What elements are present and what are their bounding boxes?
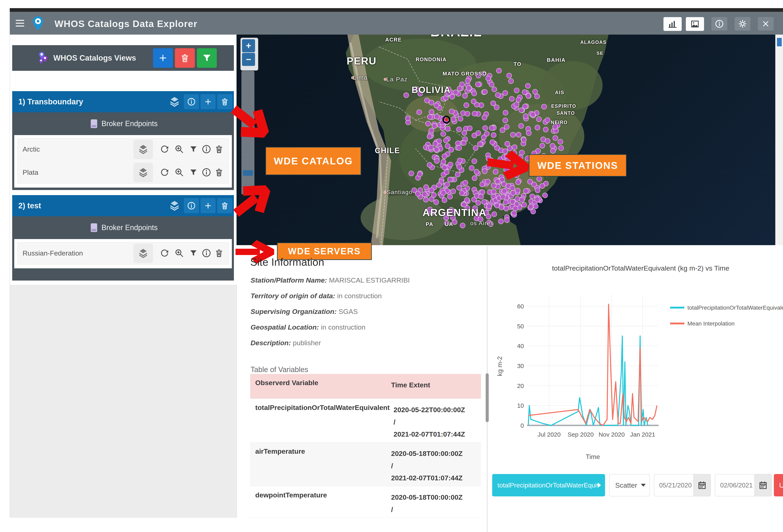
end-date-calendar-button[interactable]	[755, 474, 772, 496]
endpoint-layers-button[interactable]	[133, 244, 153, 263]
field-label: Geospatial Location:	[251, 323, 319, 331]
map-label: BRAZIL	[430, 35, 482, 39]
endpoint-refresh-button[interactable]	[160, 248, 169, 258]
map-scrollbar-thumb[interactable]	[777, 37, 782, 47]
chart-type-select[interactable]: Scatter	[609, 474, 650, 496]
map-label: NEIRO	[551, 120, 568, 125]
endpoint-zoom-in-button[interactable]	[175, 145, 184, 154]
svg-text:Time: Time	[586, 453, 600, 460]
update-button[interactable]: Update	[774, 474, 783, 496]
panel-title: 2) test	[18, 201, 41, 210]
slider-handle[interactable]	[243, 170, 253, 176]
svg-text:Jul 2020: Jul 2020	[537, 431, 561, 438]
map-label: PERU	[347, 55, 377, 67]
zoom-out-button[interactable]: −	[242, 53, 255, 66]
map-label: ALAGOAS	[581, 40, 607, 45]
calendar-icon	[697, 481, 707, 490]
calendar-icon	[759, 481, 768, 490]
layers-icon	[138, 167, 149, 178]
variable-selector-button[interactable]: totalPrecipitationOrTotalWaterEquivalent	[492, 474, 605, 496]
panel-info-button[interactable]	[184, 94, 199, 109]
field-value: publisher	[293, 339, 321, 347]
site-info-field: Geospatial Location: in construction	[251, 323, 482, 331]
funnel-fill-icon	[202, 53, 212, 63]
site-info-field: Station/Platform Name: MARISCAL ESTIGARR…	[251, 276, 482, 284]
table-row: airTemperature2020-05-18T00:00:00Z/2021-…	[250, 442, 481, 486]
timeseries-chart: totalPrecipitationOrTotalWaterEquivalent…	[489, 250, 783, 474]
server-icon	[89, 118, 99, 130]
whos-data-explorer-app: WHOS Catalogs Data Explorer WHOS Catalog…	[0, 0, 783, 532]
endpoint-trash-button[interactable]	[214, 145, 224, 154]
chart-view-button[interactable]	[663, 17, 682, 31]
endpoint-trash-button[interactable]	[214, 168, 224, 177]
variable-cell: totalPrecipitationOrTotalWaterEquivalent	[250, 399, 392, 442]
window-top-border	[10, 8, 783, 12]
settings-button[interactable]	[734, 17, 750, 31]
svg-text:50: 50	[517, 323, 524, 330]
broker-endpoints-label: Broker Endpoints	[101, 119, 158, 128]
endpoint-funnel-button[interactable]	[189, 168, 198, 177]
start-date-calendar-button[interactable]	[694, 474, 711, 496]
panel-plus-button[interactable]	[200, 198, 216, 213]
endpoint-refresh-button[interactable]	[160, 168, 169, 177]
site-info-field: Territory of origin of data: in construc…	[251, 292, 482, 300]
plus-icon	[158, 53, 168, 63]
content-scrollbar-thumb[interactable]	[486, 373, 489, 422]
end-date-input[interactable]: 02/06/2021	[715, 474, 755, 496]
endpoint-trash-button[interactable]	[214, 248, 224, 258]
filter-view-button[interactable]	[197, 48, 217, 68]
endpoint-name: Plata	[23, 168, 38, 177]
map-canvas[interactable]: BRAZILACREPERULimaRONDONIAMATO GROSSOTOB…	[237, 35, 775, 245]
time-extent-cell: 2020-05-18T00:00:00Z/2021-02-07T01:07:44…	[389, 442, 481, 486]
svg-text:Jan 2021: Jan 2021	[630, 431, 655, 438]
sidebar-lower-background	[10, 285, 237, 518]
endpoint-layers-button[interactable]	[133, 139, 153, 159]
annotation-arrow-stations-icon	[483, 147, 531, 183]
endpoint-zoom-in-button[interactable]	[175, 248, 184, 258]
close-button[interactable]	[758, 17, 774, 31]
map-label: ESPIRITO	[551, 103, 576, 109]
variables-table: Observerd VariableTime ExtenttotalPrecip…	[250, 374, 481, 518]
endpoint-funnel-button[interactable]	[189, 145, 198, 154]
endpoint-layers-button[interactable]	[133, 163, 153, 182]
svg-text:20: 20	[517, 382, 524, 389]
endpoint-info-button[interactable]	[202, 248, 211, 258]
endpoint-refresh-button[interactable]	[160, 145, 169, 154]
map-label: Santiago	[387, 189, 413, 195]
zoom-in-button[interactable]: +	[242, 39, 255, 52]
layers-icon	[169, 96, 180, 107]
map-label: MATO GROSSO	[443, 71, 487, 77]
field-label: Territory of origin of data:	[251, 292, 335, 300]
image-view-button[interactable]	[686, 17, 704, 31]
info-button[interactable]	[712, 17, 727, 31]
svg-text:totalPrecipitationOrTotalWater: totalPrecipitationOrTotalWaterEquivalent…	[552, 264, 729, 272]
panel-info-button[interactable]	[184, 198, 199, 213]
server-icon	[89, 222, 99, 233]
hamburger-icon[interactable]	[14, 18, 26, 29]
delete-view-button[interactable]	[175, 48, 195, 68]
start-date-input[interactable]: 05/21/2020	[654, 474, 694, 496]
wde-stations-callout: WDE STATIONS	[529, 154, 627, 177]
field-value: SGAS	[339, 308, 358, 315]
map-label: BAHIA	[547, 57, 566, 63]
page-title: WHOS Catalogs Data Explorer	[55, 18, 197, 29]
svg-text:10: 10	[517, 402, 524, 409]
map-label: PA	[426, 221, 433, 227]
map-label: ARGENTINA	[422, 207, 487, 219]
app-logo-pin-icon	[30, 12, 46, 35]
trash-icon	[220, 97, 229, 106]
gear-icon	[738, 19, 747, 28]
close-icon	[761, 19, 770, 28]
add-view-button[interactable]	[153, 48, 173, 68]
endpoint-info-button[interactable]	[202, 145, 211, 154]
layers-icon	[169, 200, 180, 211]
endpoint-zoom-in-button[interactable]	[175, 168, 184, 177]
panel-trash-button[interactable]	[217, 94, 232, 109]
catalog-panel: 1) TransboundaryBroker EndpointsArcticPl…	[12, 91, 234, 190]
panel-plus-button[interactable]	[200, 94, 216, 109]
variable-cell: dewpointTemperature	[250, 486, 389, 518]
endpoint-info-button[interactable]	[202, 168, 211, 177]
map-label: ACRE	[385, 37, 402, 43]
svg-text:kg m-2: kg m-2	[496, 356, 503, 376]
endpoint-funnel-button[interactable]	[189, 248, 198, 258]
